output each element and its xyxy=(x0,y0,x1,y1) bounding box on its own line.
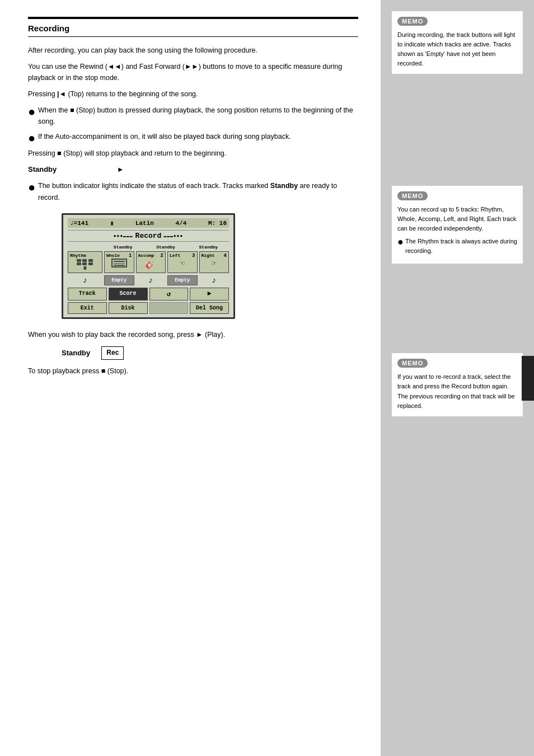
bullet-2: ● If the Auto-accompaniment is on, it wi… xyxy=(28,131,358,144)
standby-bullet-text: The button indicator lights indicate the… xyxy=(38,180,358,203)
lcd-buttons-row2: Exit Disk Del Song xyxy=(68,302,229,314)
whole-empty-cell: Empty xyxy=(104,275,134,285)
standby-labels-row: Standby Standby Standby xyxy=(68,245,229,250)
para-3: Pressing |◄ (Top) returns to the beginni… xyxy=(28,88,358,100)
standby-label: Standby xyxy=(28,165,57,173)
left-empty-btn[interactable]: Empty xyxy=(167,275,198,285)
rhythm-icon: R xyxy=(70,259,100,271)
after-para-1: When you wish to play back the recorded … xyxy=(28,329,358,341)
standby-rec-row: Standby Rec xyxy=(62,346,358,360)
standby-label-1: Standby xyxy=(102,245,143,250)
memo-2-bullet-text: The Rhythm track is always active during… xyxy=(405,237,517,256)
ff-icon: ►► xyxy=(185,63,199,71)
right-note-icon: ♪ xyxy=(210,275,217,286)
right-track-name: Right 4 xyxy=(202,253,227,259)
accomp-track-name: Accomp 2 xyxy=(138,253,164,259)
exit-button[interactable]: Exit xyxy=(68,302,107,314)
memo-text-2: You can record up to 5 tracks: Rhythm, W… xyxy=(397,205,517,256)
body-text-block: After recording, you can play back the s… xyxy=(28,45,358,100)
para-2: You can use the Rewind (◄◄) and Fast For… xyxy=(28,61,358,84)
lcd-record-title: Record xyxy=(135,232,162,240)
whole-empty-btn[interactable]: Empty xyxy=(104,275,134,285)
accomp-note-cell: ♪ xyxy=(136,276,166,285)
right-label: Right xyxy=(202,253,215,258)
track-button[interactable]: Track xyxy=(68,288,107,300)
memo-2-bullet-dot: ● xyxy=(397,237,405,247)
left-label: Left xyxy=(170,253,180,258)
lcd-buttons-row1: Track Score ↺ ► xyxy=(68,288,229,300)
lcd-track-row: Rhythm R Whole xyxy=(68,251,229,273)
bullet-1: ● When the ■ (Stop) button is pressed du… xyxy=(28,105,358,128)
lcd-time-sig: 4/4 xyxy=(176,220,187,227)
page-layout: Recording After recording, you can play … xyxy=(0,0,534,756)
lcd-track-whole[interactable]: Whole 1 xyxy=(104,251,134,273)
whole-num: 1 xyxy=(129,253,132,259)
para-stop: Pressing ■ (Stop) will stop playback and… xyxy=(28,148,358,159)
disk-button[interactable]: Disk xyxy=(109,302,148,314)
whole-track-name: Whole 1 xyxy=(106,253,132,259)
play-icon-inline: ► xyxy=(117,166,124,173)
standby-label-bottom: Standby xyxy=(62,347,90,359)
standby-section: Standby ► ● The button indicator lights … xyxy=(28,163,358,203)
lcd-style-name: Latin xyxy=(135,220,154,227)
main-content: Recording After recording, you can play … xyxy=(0,0,381,756)
bullet-text-2: If the Auto-accompaniment is on, it will… xyxy=(38,131,291,143)
title-dots-left: ●●●▬▬▬ xyxy=(114,233,133,238)
title-dots-right: ▬▬▬●●● xyxy=(163,233,183,238)
standby-label-2: Standby xyxy=(145,245,186,250)
rhythm-note-cell: ♪ xyxy=(68,276,102,285)
memo-box-3: MEMO If you want to re-record a track, s… xyxy=(392,353,523,416)
lcd-screen: ♩=141 ▮ Latin 4/4 M: 16 ●●●▬▬▬ Record ▬▬… xyxy=(62,213,235,319)
stop-icon-2: ■ xyxy=(57,149,62,157)
black-tab xyxy=(522,356,534,401)
top-border xyxy=(28,17,358,19)
memo-box-2: MEMO You can record up to 5 tracks: Rhyt… xyxy=(392,186,523,264)
bullet-dot-1: ● xyxy=(28,106,38,118)
left-icon: ☜ xyxy=(170,259,195,268)
sidebar: MEMO During recording, the track buttons… xyxy=(381,0,534,756)
del-song-button[interactable]: Del Song xyxy=(190,302,229,314)
left-empty-cell: Empty xyxy=(167,275,198,285)
lcd-track-rhythm[interactable]: Rhythm R xyxy=(68,251,102,273)
stop-text: To stop playback press ■ (Stop). xyxy=(28,365,358,377)
chapter-heading: Recording xyxy=(28,24,358,37)
bullet-dot-2: ● xyxy=(28,132,38,144)
lcd-tempo: ♩=141 xyxy=(70,219,88,227)
right-icon: ☞ xyxy=(202,259,227,268)
standby-bullet-dot: ● xyxy=(28,181,38,194)
rhythm-track-name: Rhythm xyxy=(70,253,100,258)
after-screen-text: When you wish to play back the recorded … xyxy=(28,329,358,341)
para-1: After recording, you can play back the s… xyxy=(28,45,358,57)
memo-label-1: MEMO xyxy=(397,17,428,26)
play-icon-after: ► xyxy=(196,331,203,339)
lcd-track-accomp[interactable]: Accomp 2 🎸 xyxy=(136,251,166,273)
lcd-track-left[interactable]: Left 3 ☜ xyxy=(167,251,198,273)
lcd-style-icon: ▮ xyxy=(110,219,114,227)
top-icon: |◄ xyxy=(57,90,66,98)
lcd-empty-row: ♪ Empty ♪ Empty ♪ xyxy=(68,275,229,285)
standby-para: Standby ► xyxy=(28,163,358,176)
whole-icon xyxy=(106,259,132,267)
lcd-top-bar: ♩=141 ▮ Latin 4/4 M: 16 xyxy=(68,218,229,228)
standby-label-3: Standby xyxy=(188,245,229,250)
play-button-lcd[interactable]: ► xyxy=(190,288,229,300)
stop-para: To stop playback press ■ (Stop). xyxy=(28,365,358,377)
rhythm-r-label: R xyxy=(70,266,100,271)
lcd-track-right[interactable]: Right 4 ☞ xyxy=(199,251,229,273)
memo-2-bullet: ● The Rhythm track is always active duri… xyxy=(397,237,517,256)
accomp-label: Accomp xyxy=(138,253,154,258)
accomp-icon: 🎸 xyxy=(138,259,164,270)
body-text-2: Pressing ■ (Stop) will stop playback and… xyxy=(28,148,358,159)
reset-button[interactable]: ↺ xyxy=(149,288,189,300)
left-track-name: Left 3 xyxy=(170,253,195,259)
standby-bullet: ● The button indicator lights indicate t… xyxy=(28,180,358,203)
rec-badge: Rec xyxy=(101,346,124,360)
whole-label: Whole xyxy=(106,253,120,258)
right-num: 4 xyxy=(224,253,227,259)
memo-text-1: During recording, the track buttons will… xyxy=(397,30,517,68)
accomp-num: 2 xyxy=(161,253,163,259)
lcd-title-bar: ●●●▬▬▬ Record ▬▬▬●●● xyxy=(68,230,229,242)
rhythm-note-icon: ♪ xyxy=(82,275,88,286)
score-button[interactable]: Score xyxy=(109,288,148,300)
memo-label-3: MEMO xyxy=(397,359,428,368)
